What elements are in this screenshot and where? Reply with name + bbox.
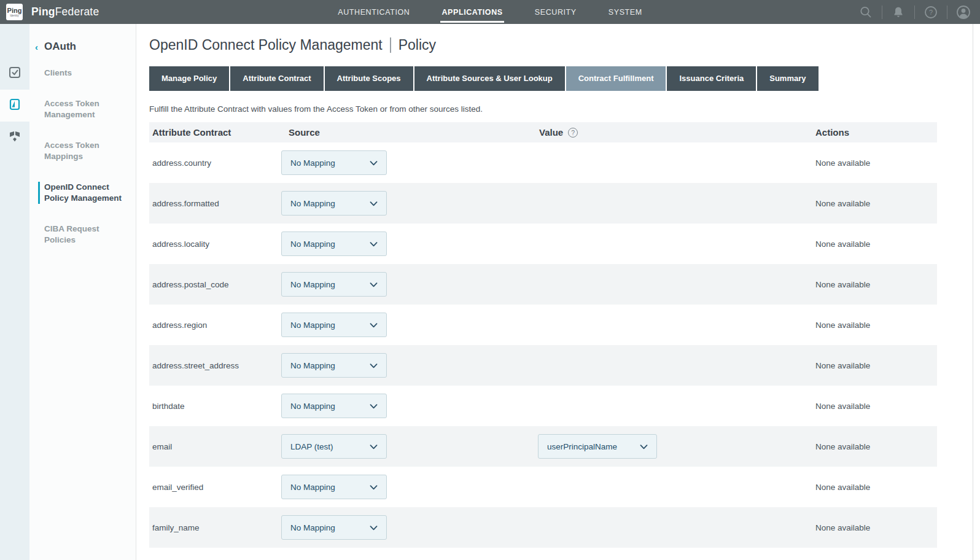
page-title: OpenID Connect Policy Management Policy [149,36,973,54]
source-cell: No Mapping [281,272,528,297]
table-row: address.formattedNo MappingNone availabl… [149,183,937,224]
source-dropdown[interactable]: No Mapping [281,313,387,337]
app-title: PingFederate [31,6,99,18]
tab-contract-fulfillment[interactable]: Contract Fulfillment [566,66,666,91]
svg-text:?: ? [929,9,933,16]
search-icon[interactable] [858,4,874,20]
source-dropdown-label: No Mapping [290,280,335,289]
sidebar-item-token-mapping-shortcut[interactable] [0,122,29,154]
source-dropdown-label: No Mapping [290,321,335,330]
chevron-down-icon [370,523,378,532]
value-help-icon[interactable]: ? [568,128,578,138]
table-row: family_nameNo MappingNone available [149,507,937,548]
brand-bold: Ping [31,6,55,18]
token-mapping-icon [7,129,22,146]
actions-cell: None available [801,321,937,330]
logo-text: Ping [7,7,22,14]
sidebar-item-ciba-request-policies[interactable]: CIBA Request Policies [29,224,136,246]
source-dropdown[interactable]: No Mapping [281,515,387,540]
source-dropdown[interactable]: No Mapping [281,353,387,378]
actions-cell: None available [801,280,937,289]
actions-cell: None available [801,361,937,370]
table-row: emailLDAP (test)userPrincipalNameNone av… [149,426,937,467]
value-dropdown[interactable]: userPrincipalName [538,434,657,459]
table-row: address.regionNo MappingNone available [149,305,937,345]
attribute-name: birthdate [149,402,281,411]
sidebar-item-access-token-management[interactable]: Access Token Management [29,98,136,120]
source-dropdown[interactable]: No Mapping [281,394,387,418]
sidebar: ‹ OAuth ClientsAccess Token ManagementAc… [29,24,136,560]
client-check-icon [7,65,22,82]
source-cell: No Mapping [281,313,528,337]
sidebar-item-clients[interactable]: Clients [29,68,136,79]
top-navigation: AUTHENTICATIONAPPLICATIONSSECURITYSYSTEM [0,0,980,24]
nav-system[interactable]: SYSTEM [607,1,644,23]
source-dropdown-label: No Mapping [290,158,335,168]
source-dropdown[interactable]: No Mapping [281,231,387,256]
user-icon[interactable] [955,4,971,20]
source-cell: No Mapping [281,353,528,378]
sidebar-back-oauth[interactable]: ‹ OAuth [29,41,136,53]
table-row: address.postal_codeNo MappingNone availa… [149,264,937,305]
header-actions: Actions [801,127,937,138]
source-cell: No Mapping [281,231,528,256]
source-dropdown[interactable]: No Mapping [281,475,387,499]
main-content: OpenID Connect Policy Management Policy … [136,24,973,560]
notifications-icon[interactable] [890,4,906,20]
sidebar-section-title: OAuth [44,41,76,53]
tab-manage-policy[interactable]: Manage Policy [149,66,229,91]
page-title-sub: Policy [399,36,436,54]
actions-cell: None available [801,442,937,451]
source-cell: No Mapping [281,191,528,216]
chevron-down-icon [370,442,378,451]
chevron-down-icon [370,239,378,249]
sidebar-item-openid-connect-policy-management[interactable]: OpenID Connect Policy Management [38,182,136,204]
source-cell: LDAP (test) [281,434,528,459]
tab-summary[interactable]: Summary [757,66,818,91]
page-description: Fulfill the Attribute Contract with valu… [149,104,973,114]
page-title-main: OpenID Connect Policy Management [149,36,383,54]
source-dropdown-label: No Mapping [290,361,335,370]
tab-issuance-criteria[interactable]: Issuance Criteria [667,66,756,91]
attribute-name: address.formatted [149,199,281,208]
fulfillment-table: Attribute Contract Source Value ? Action… [149,122,937,548]
attribute-name: address.street_address [149,361,281,370]
value-dropdown-label: userPrincipalName [547,442,617,451]
source-cell: No Mapping [281,515,528,540]
actions-cell: None available [801,239,937,249]
divider [947,6,947,19]
header-value-label: Value [539,127,563,138]
divider [882,6,882,19]
attribute-name: address.region [149,321,281,330]
source-dropdown[interactable]: No Mapping [281,191,387,216]
sidebar-item-token-management-shortcut[interactable] [0,90,29,122]
ping-identity-logo[interactable]: Ping Identity [6,4,23,20]
source-cell: No Mapping [281,475,528,499]
table-row: birthdateNo MappingNone available [149,386,937,426]
tab-attribute-scopes[interactable]: Attribute Scopes [325,66,413,91]
nav-applications[interactable]: APPLICATIONS [440,1,504,23]
chevron-down-icon [370,321,378,330]
tab-attribute-contract[interactable]: Attribute Contract [230,66,323,91]
tab-attribute-sources-user-lookup[interactable]: Attribute Sources & User Lookup [414,66,565,91]
actions-cell: None available [801,523,937,532]
sidebar-item-access-token-mappings[interactable]: Access Token Mappings [29,140,136,162]
source-dropdown[interactable]: LDAP (test) [281,434,387,459]
source-dropdown[interactable]: No Mapping [281,150,387,175]
actions-cell: None available [801,199,937,208]
sidebar-item-clients-shortcut[interactable] [0,58,29,90]
source-cell: No Mapping [281,394,528,418]
source-dropdown-label: No Mapping [290,239,335,249]
source-dropdown-label: LDAP (test) [290,442,333,451]
brand-rest: Federate [55,6,99,18]
vertical-scrollbar[interactable] [973,24,980,560]
header-value: Value ? [528,127,801,138]
topbar: Ping Identity PingFederate AUTHENTICATIO… [0,0,980,24]
help-icon[interactable]: ? [923,4,939,20]
value-cell: userPrincipalName [528,434,801,459]
actions-cell: None available [801,158,937,168]
nav-authentication[interactable]: AUTHENTICATION [336,1,411,23]
attribute-name: email_verified [149,483,281,492]
nav-security[interactable]: SECURITY [534,1,578,23]
source-dropdown[interactable]: No Mapping [281,272,387,297]
